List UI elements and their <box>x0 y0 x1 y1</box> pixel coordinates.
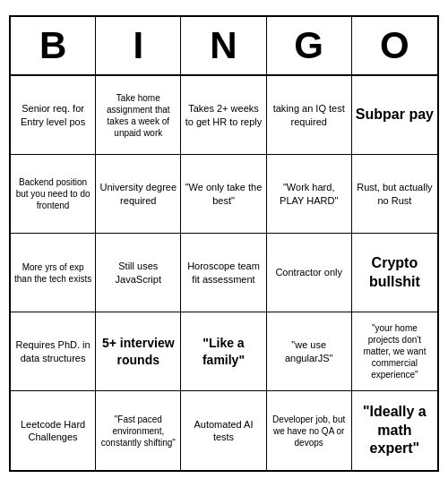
bingo-header: BINGO <box>11 17 437 76</box>
bingo-cell-5: Backend position but you need to do fron… <box>11 155 96 234</box>
bingo-cell-14: Crypto bullshit <box>352 234 437 312</box>
bingo-letter-b: B <box>11 17 96 74</box>
bingo-cell-19: "your home projects don't matter, we wan… <box>352 312 437 391</box>
bingo-grid: Senior req. for Entry level posTake home… <box>11 76 437 470</box>
bingo-cell-1: Take home assignment that takes a week o… <box>96 76 181 155</box>
bingo-cell-9: Rust, but actually no Rust <box>352 155 437 234</box>
bingo-cell-8: "Work hard, PLAY HARD" <box>267 155 352 234</box>
bingo-cell-21: "Fast paced environment, constantly shif… <box>96 391 181 470</box>
bingo-cell-22: Automated AI tests <box>181 391 266 470</box>
bingo-letter-i: I <box>96 17 181 74</box>
bingo-cell-0: Senior req. for Entry level pos <box>11 76 96 155</box>
bingo-cell-10: More yrs of exp than the tech exists <box>11 234 96 312</box>
bingo-cell-15: Requires PhD. in data structures <box>11 312 96 391</box>
bingo-cell-16: 5+ interview rounds <box>96 312 181 391</box>
bingo-cell-12: Horoscope team fit assessment <box>181 234 266 312</box>
bingo-cell-23: Developer job, but we have no QA or devo… <box>267 391 352 470</box>
bingo-cell-7: "We only take the best" <box>181 155 266 234</box>
bingo-cell-2: Takes 2+ weeks to get HR to reply <box>181 76 266 155</box>
bingo-cell-11: Still uses JavaScript <box>96 234 181 312</box>
bingo-letter-g: G <box>267 17 352 74</box>
bingo-letter-o: O <box>352 17 437 74</box>
bingo-cell-17: "Like a family" <box>181 312 266 391</box>
bingo-cell-24: "Ideally a math expert" <box>352 391 437 470</box>
bingo-cell-18: "we use angularJS" <box>267 312 352 391</box>
bingo-cell-6: University degree required <box>96 155 181 234</box>
bingo-letter-n: N <box>181 17 266 74</box>
bingo-card: BINGO Senior req. for Entry level posTak… <box>9 15 439 472</box>
bingo-cell-13: Contractor only <box>267 234 352 312</box>
bingo-cell-3: taking an IQ test required <box>267 76 352 155</box>
bingo-cell-20: Leetcode Hard Challenges <box>11 391 96 470</box>
bingo-cell-4: Subpar pay <box>352 76 437 155</box>
